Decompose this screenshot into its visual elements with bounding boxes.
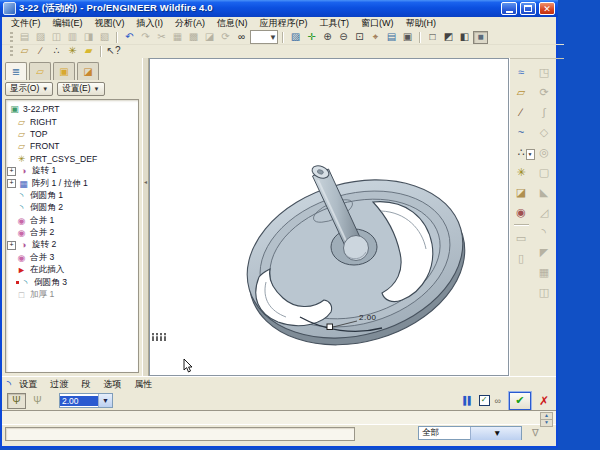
datum-plane-tool-icon[interactable]: ▱ [513,84,530,100]
cancel-button[interactable]: ✗ [536,394,552,408]
csys-tool-icon[interactable]: ✳ [513,164,530,180]
datum-planes-toggle[interactable]: ▱ [17,45,32,58]
preview-checkbox[interactable]: ✓ [479,395,490,406]
handwheel-model[interactable] [150,59,508,375]
dashboard-tab-2[interactable]: 段 [81,378,90,391]
folder-browser-tab[interactable]: ▱ [29,62,51,80]
menu-item-6[interactable]: 应用程序(P) [254,17,314,30]
datum-axes-toggle[interactable]: ∕ [33,45,48,58]
tree-item[interactable]: ▱TOP [6,128,138,140]
connections-tab[interactable]: ◪ [77,62,99,80]
menu-item-7[interactable]: 工具(T) [314,17,356,30]
mouse-cursor [183,359,195,373]
radius-value[interactable]: 2.00 [60,396,98,406]
menu-item-9[interactable]: 帮助(H) [400,17,443,30]
verify-glasses-icon[interactable]: ∞ [495,396,501,406]
expand-plus-icon[interactable]: + [7,241,16,250]
chevron-down-icon[interactable]: ▼ [470,427,522,440]
wireframe-icon[interactable]: □ [425,31,440,44]
menu-item-1[interactable]: 编辑(E) [47,17,89,30]
radius-combobox[interactable]: 2.00 ▼ [59,393,113,408]
tree-item[interactable]: +▦阵列 1 / 拉伸 1 [6,177,138,189]
pause-button[interactable]: ▌▌ [463,396,472,405]
settings-menu-button[interactable]: 设置(E)▼ [57,82,104,96]
style-tool-icon[interactable]: ≈ [513,64,530,80]
maximize-button[interactable] [520,2,536,15]
menu-item-5[interactable]: 信息(N) [211,17,254,30]
expand-plus-icon[interactable]: + [7,167,16,176]
tree-item[interactable]: ◉合并 3 [6,252,138,264]
merge-icon: ◉ [16,228,27,238]
zoom-out-icon[interactable]: ⊖ [336,31,351,44]
spin-center-icon[interactable]: ✛ [304,31,319,44]
tree-item[interactable]: ◉合并 1 [6,215,138,227]
close-button[interactable]: ✕ [539,2,555,15]
model-tree-tab[interactable]: ≣ [5,62,27,80]
tree-item[interactable]: +◑旋转 1 [6,165,138,177]
tree-item-label: 倒圆角 2 [30,202,63,214]
minimize-button[interactable] [501,2,517,15]
datum-axis-tool-icon[interactable]: ∕ [513,104,530,120]
tree-item-label: 倒圆角 3 [34,277,67,289]
tree-item[interactable]: ▣3-22.PRT [6,103,138,115]
search-icon[interactable]: ∞ [234,31,249,44]
app-icon [3,2,16,15]
chevron-down-icon[interactable]: ▼ [98,394,112,407]
curve-tool-icon[interactable]: ~ [513,124,530,140]
sketch-tool-icon[interactable]: ◪ [513,184,530,200]
graphics-viewport[interactable]: 2.00 [149,58,509,376]
expand-plus-icon[interactable]: + [7,179,16,188]
tree-item[interactable]: +◑旋转 2 [6,239,138,251]
ok-button[interactable]: ✔ [509,392,531,410]
radius-drag-handle[interactable] [327,324,333,330]
tree-item[interactable]: ◝倒圆角 3 [6,276,138,288]
redo-icon: ↷ [138,31,153,44]
selection-filter-mini-dropdown[interactable]: ▼ [250,30,278,44]
zoom-in-icon[interactable]: ⊕ [320,31,335,44]
csys-display-toggle[interactable]: ✳ [65,45,80,58]
orient-mode-icon[interactable]: ⌖ [368,31,383,44]
context-help-icon[interactable]: ↖? [106,45,121,58]
insert-here-icon: ► [16,265,27,275]
shaded-icon[interactable]: ■ [473,31,488,44]
menu-item-8[interactable]: 窗口(W) [355,17,400,30]
show-menu-button[interactable]: 显示(O)▼ [5,82,53,96]
undo-icon[interactable]: ↶ [122,31,137,44]
navigator-sash[interactable]: ◂ [142,58,149,376]
saved-views-icon[interactable]: ▣ [400,31,415,44]
tree-item[interactable]: ▱FRONT [6,140,138,152]
toolbar-separator [282,32,284,43]
favorites-tab[interactable]: ▣ [53,62,75,80]
menu-item-2[interactable]: 视图(V) [89,17,131,30]
hidden-line-icon[interactable]: ◩ [441,31,456,44]
dashboard-tab-3[interactable]: 选项 [103,378,121,391]
transitions-mode-button[interactable]: Ψ [28,393,47,409]
sets-mode-button[interactable]: Ψ [7,393,26,409]
tree-item[interactable]: ◉合并 2 [6,227,138,239]
annotation-display-toggle[interactable]: ▰ [81,45,96,58]
tree-item[interactable]: ►在此插入 [6,264,138,276]
datum-point-tool-icon[interactable]: ∴▼ [513,144,530,160]
tree-item[interactable]: ▱RIGHT [6,115,138,127]
view-manager-icon[interactable]: ▤ [384,31,399,44]
dashboard-tab-1[interactable]: 过渡 [50,378,68,391]
analysis-tool-icon[interactable]: ◉ [513,204,530,220]
radius-annotation[interactable]: 2.00 [359,313,377,322]
repaint-icon[interactable]: ▨ [288,31,303,44]
dashboard-tab-4[interactable]: 属性 [134,378,152,391]
tree-item[interactable]: ◝倒圆角 2 [6,202,138,214]
datum-points-toggle[interactable]: ∴ [49,45,64,58]
menu-item-0[interactable]: 文件(F) [5,17,47,30]
selection-filter-dropdown[interactable]: 全部 ▼ [418,426,522,440]
tree-item-label: 合并 3 [30,252,54,264]
tree-item-label: 阵列 1 / 拉伸 1 [32,178,88,190]
dashboard-tab-0[interactable]: 设置 [19,378,37,391]
refit-icon[interactable]: ⊡ [352,31,367,44]
tree-item[interactable]: ◝倒圆角 1 [6,190,138,202]
round-tool-icon: ◝ [536,224,553,240]
menu-item-3[interactable]: 插入(I) [131,17,170,30]
no-hidden-icon[interactable]: ◧ [457,31,472,44]
menu-item-4[interactable]: 分析(A) [169,17,211,30]
tree-item[interactable]: ✳PRT_CSYS_DEF [6,153,138,165]
tree-item[interactable]: □加厚 1 [6,289,138,301]
